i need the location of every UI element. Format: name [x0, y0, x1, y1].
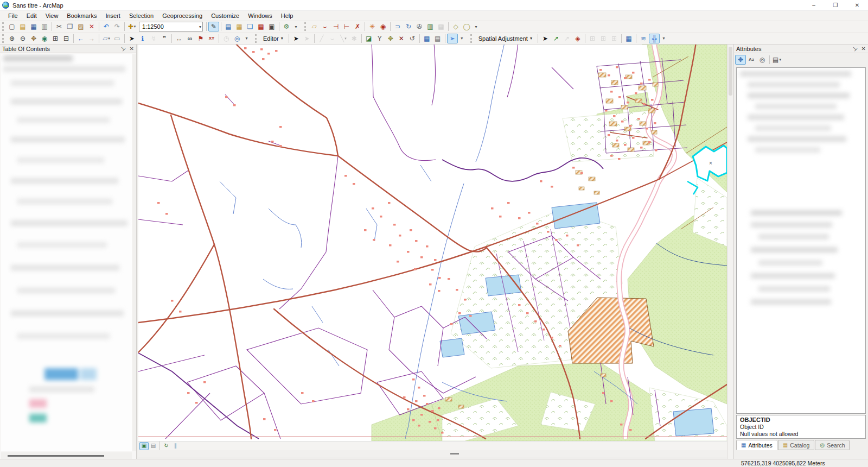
tab-catalog[interactable]: ▦Catalog — [778, 440, 815, 450]
editor-menu[interactable]: Editor▾ — [259, 34, 287, 43]
select-features-icon[interactable]: ▱▾ — [101, 34, 112, 43]
save-icon[interactable]: ▦ — [28, 22, 39, 31]
spatial-adjustment-menu[interactable]: Spatial Adjustment▾ — [475, 34, 536, 43]
layout-options-icon[interactable]: ▤▾ — [771, 55, 782, 65]
hyperlink-icon[interactable]: ↯ — [148, 34, 159, 43]
curve-node-icon[interactable]: ⌣ — [320, 22, 330, 31]
proportion-tool-icon[interactable]: ▱ — [309, 22, 320, 31]
align-to-shape-icon[interactable]: ⊣ — [330, 22, 341, 31]
map-vscroll-thumb[interactable] — [729, 47, 732, 96]
time-slider-icon[interactable]: ◷ — [221, 34, 232, 43]
toolbar-overflow-icon[interactable]: ▾ — [244, 36, 250, 41]
pan-icon[interactable]: ✥ — [28, 34, 39, 43]
point-tool-icon[interactable]: ✱ — [349, 34, 360, 43]
menu-selection[interactable]: Selection — [125, 11, 157, 20]
create-features-icon[interactable]: ➣ — [447, 34, 458, 43]
close-icon[interactable]: ✕ — [130, 46, 134, 52]
menu-geoprocessing[interactable]: Geoprocessing — [158, 11, 206, 20]
construct-circle-icon[interactable]: ◯ — [461, 22, 472, 31]
edge-snap-properties-icon[interactable]: ⊞ — [598, 34, 609, 43]
catalog-window-icon[interactable]: ▦ — [234, 22, 245, 31]
toolbar-overflow-icon[interactable]: ▾ — [661, 36, 667, 41]
python-window-icon[interactable]: ▣ — [266, 22, 277, 31]
edge-match-icon[interactable]: ╬ — [649, 34, 660, 43]
toolbar-overflow-icon[interactable]: ▾ — [473, 24, 479, 29]
menu-bookmarks[interactable]: Bookmarks — [63, 11, 100, 20]
full-extent-icon[interactable]: ◉ — [39, 34, 50, 43]
toolbar-overflow-icon[interactable]: ▾ — [293, 24, 299, 29]
select-elements-icon[interactable]: ➤ — [126, 34, 137, 43]
find-route-icon[interactable]: ⚑ — [195, 34, 206, 43]
pin-icon[interactable]: ⊤ — [851, 45, 858, 53]
highlight-selected-icon[interactable]: ◎ — [757, 55, 768, 65]
move-tool-icon[interactable]: ✥ — [385, 34, 396, 43]
open-folder-icon[interactable]: ▤ — [17, 22, 28, 31]
menu-windows[interactable]: Windows — [244, 11, 276, 20]
find-icon[interactable]: ∞ — [184, 34, 195, 43]
refresh-view-icon[interactable]: ↻ — [162, 442, 171, 450]
generalize-icon[interactable]: ⊃ — [392, 22, 403, 31]
new-document-icon[interactable]: ▢ — [7, 22, 17, 31]
limited-adjustment-icon[interactable]: ⊞ — [587, 34, 598, 43]
menu-help[interactable]: Help — [277, 11, 297, 20]
data-view-button-icon[interactable]: ▣ — [139, 442, 149, 450]
multiple-links-icon[interactable]: ↗ — [561, 34, 572, 43]
layout-view-button-icon[interactable]: ▤ — [149, 442, 158, 450]
go-to-xy-icon[interactable]: XY — [206, 34, 217, 43]
sort-fields-icon[interactable]: Az — [746, 55, 757, 65]
toc-horizontal-scrollbar[interactable] — [1, 452, 132, 459]
map-vertical-scrollbar[interactable] — [727, 45, 733, 459]
construct-geodetic-icon[interactable]: ◉ — [378, 22, 388, 31]
editor-toolbar-toggle-icon[interactable]: ✎ — [208, 22, 219, 31]
sa-select-icon[interactable]: ➤ — [540, 34, 551, 43]
arctoolbox-window-icon[interactable]: ▦ — [256, 22, 266, 31]
split-vertices-icon[interactable]: ⊢ — [341, 22, 352, 31]
attributes-window-icon[interactable]: ▦ — [422, 34, 432, 43]
close-icon[interactable]: ✕ — [861, 46, 866, 52]
fishnet-icon[interactable]: ▦ — [436, 22, 446, 31]
copy-icon[interactable]: ❐ — [65, 22, 75, 31]
toc-hscroll-thumb[interactable] — [8, 455, 104, 457]
attribute-transfer-icon[interactable]: ≋ — [638, 34, 649, 43]
edit-annotation-icon[interactable]: ➤ — [302, 34, 312, 43]
measure-icon[interactable]: ↔ — [174, 34, 184, 43]
redo-icon[interactable]: ↷ — [112, 22, 123, 31]
identify-icon[interactable]: ℹ — [137, 34, 148, 43]
toolbar-overflow-icon[interactable]: ▾ — [459, 36, 465, 41]
minimize-button[interactable]: – — [803, 0, 825, 10]
search-window-icon[interactable]: ❏ — [245, 22, 256, 31]
fixed-zoom-out-icon[interactable]: ⊟ — [61, 34, 72, 43]
close-button[interactable]: ✕ — [846, 0, 868, 10]
film-strip-icon[interactable]: ▥ — [425, 22, 436, 31]
zoom-in-icon[interactable]: ⊕ — [7, 34, 17, 43]
edit-tool-icon[interactable]: ➤ — [291, 34, 302, 43]
menu-edit[interactable]: Edit — [23, 11, 41, 20]
trace-tool-icon[interactable]: ╲▾ — [338, 34, 349, 43]
tab-search[interactable]: ◎Search — [815, 440, 850, 450]
auto-pan-icon[interactable]: ✥ — [735, 55, 746, 65]
pin-icon[interactable]: ⊤ — [119, 45, 126, 53]
clear-selection-icon[interactable]: ▭ — [112, 34, 123, 43]
menu-view[interactable]: View — [42, 11, 62, 20]
menu-insert[interactable]: Insert — [101, 11, 124, 20]
zoom-out-icon[interactable]: ⊖ — [17, 34, 28, 43]
open-links-icon[interactable]: ⊞ — [609, 34, 620, 43]
attributes-feature-tree-blurred[interactable] — [736, 67, 866, 414]
print-icon[interactable]: ▥ — [39, 22, 50, 31]
rotate-tool-icon[interactable]: ↻ — [403, 22, 414, 31]
new-displacement-link-icon[interactable]: ↗ — [551, 34, 561, 43]
straight-segment-icon[interactable]: ╱ — [316, 34, 327, 43]
rotate-feature-icon[interactable]: ↺ — [407, 34, 418, 43]
endpoint-arc-icon[interactable]: ⌣ — [327, 34, 338, 43]
toc-layer-list-blurred[interactable] — [1, 54, 132, 451]
preview-window-icon[interactable]: ◈ — [572, 34, 583, 43]
map-canvas[interactable]: × — [138, 45, 727, 441]
back-extent-icon[interactable]: ← — [75, 34, 86, 43]
map-scale-combo[interactable]: 1:12500▾ — [139, 22, 203, 31]
toc-vertical-scrollbar[interactable] — [132, 54, 136, 451]
forward-extent-icon[interactable]: → — [86, 34, 97, 43]
delete-icon[interactable]: ✕ — [86, 22, 97, 31]
add-data-icon[interactable]: ✚▾ — [126, 22, 137, 31]
menu-file[interactable]: File — [4, 11, 22, 20]
pause-drawing-icon[interactable]: ∥ — [171, 442, 180, 450]
